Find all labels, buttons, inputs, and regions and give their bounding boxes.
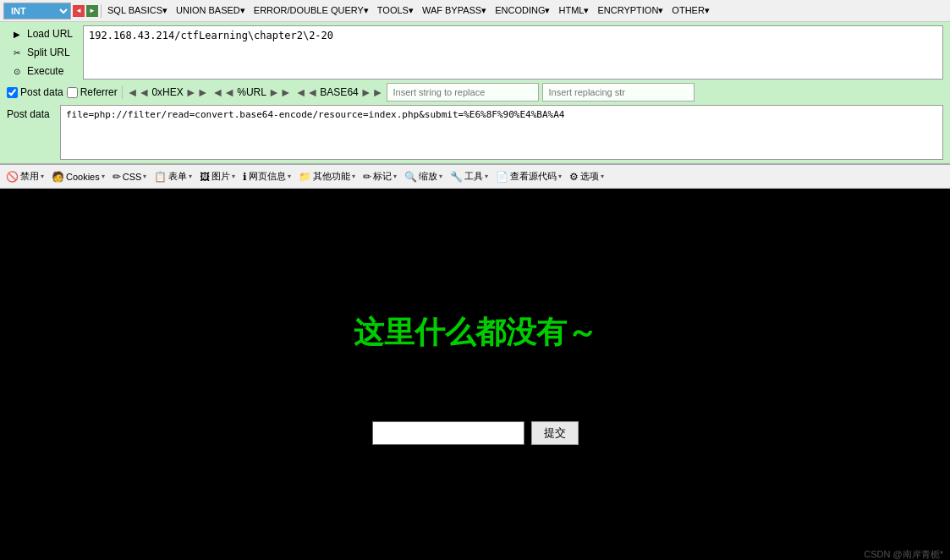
btb-cookies[interactable]: 🧑 Cookies ▾: [49, 169, 107, 184]
btb-forms[interactable]: 📋 表单 ▾: [151, 168, 195, 184]
btb-source-label: 查看源代码: [510, 170, 557, 183]
btb-pageinfo-label: 网页信息: [249, 170, 286, 183]
btb-mark-arrow: ▾: [393, 173, 397, 180]
pageinfo-icon: ℹ: [243, 171, 247, 183]
replace-string-input[interactable]: [387, 83, 539, 102]
btb-disable-label: 禁用: [20, 170, 39, 183]
arrow-right-btn[interactable]: ►: [86, 5, 98, 17]
arrow-left-btn[interactable]: ◄: [73, 5, 85, 17]
btb-tools[interactable]: 🔧 工具 ▾: [448, 168, 491, 184]
base64-group: ◄◄ BASE64 ►►: [295, 85, 384, 99]
menu-waf-bypass[interactable]: WAF BYPASS▾: [419, 3, 490, 18]
css-icon: ✏: [113, 171, 121, 183]
btb-forms-label: 表单: [168, 170, 187, 183]
btb-options-arrow: ▾: [601, 173, 604, 180]
split-url-icon: ✂: [10, 46, 24, 59]
purl-right-arrow[interactable]: ►►: [268, 85, 292, 99]
split-url-label: Split URL: [27, 47, 70, 58]
browser-toolbar: 🚫 禁用 ▾ 🧑 Cookies ▾ ✏ CSS ▾ 📋 表单 ▾ 🖼 图片 ▾…: [0, 165, 950, 189]
other-icon: 📁: [299, 171, 311, 183]
btb-forms-arrow: ▾: [189, 173, 192, 180]
btb-zoom-label: 缩放: [419, 170, 437, 183]
execute-item[interactable]: ⊙ Execute: [7, 63, 76, 80]
main-content: 这里什么都没有～ 提交 CSDN @南岸青栀*: [0, 189, 950, 560]
menu-encoding[interactable]: ENCODING▾: [491, 3, 553, 18]
purl-left-arrow[interactable]: ◄◄: [212, 85, 236, 99]
panel-row2: Post data Referrer ◄◄ 0xHEX ►► ◄◄ %URL ►…: [7, 83, 943, 102]
btb-pageinfo-arrow: ▾: [288, 173, 291, 180]
panel-row1: ▶ Load URL ✂ Split URL ⊙ Execute 192.168…: [7, 25, 943, 80]
menu-union-based[interactable]: UNION BASED▾: [173, 3, 249, 18]
referrer-checkbox[interactable]: [67, 87, 78, 98]
btb-mark[interactable]: ✏ 标记 ▾: [360, 168, 399, 184]
nav-arrows: ◄ ►: [73, 5, 98, 17]
referrer-check[interactable]: Referrer: [67, 86, 118, 98]
btb-cookies-label: Cookies: [66, 172, 100, 182]
zoom-icon: 🔍: [404, 171, 417, 183]
btb-options[interactable]: ⚙ 选项 ▾: [567, 168, 607, 184]
menu-other[interactable]: OTHER▾: [668, 3, 713, 18]
btb-zoom[interactable]: 🔍 缩放 ▾: [402, 168, 445, 184]
post-data-checkbox[interactable]: [7, 87, 18, 98]
menu-tools[interactable]: TOOLS▾: [374, 3, 417, 18]
divider: [101, 4, 102, 18]
mark-icon: ✏: [363, 171, 371, 183]
submit-button[interactable]: 提交: [531, 421, 579, 445]
chinese-text: 这里什么都没有～: [354, 312, 597, 354]
oxhex-right-arrow[interactable]: ►►: [185, 85, 209, 99]
btb-disable-arrow: ▾: [41, 173, 44, 180]
forms-icon: 📋: [154, 171, 167, 183]
btb-cookies-arrow: ▾: [102, 173, 105, 180]
url-bar[interactable]: 192.168.43.214/ctfLearning\chapter2\2-20: [83, 25, 943, 80]
menu-error-double[interactable]: ERROR/DOUBLE QUERY▾: [250, 3, 372, 18]
post-data-area-label: Post data: [7, 105, 53, 120]
split-url-item[interactable]: ✂ Split URL: [7, 44, 76, 61]
btb-images-arrow: ▾: [232, 173, 235, 180]
tools-icon: 🔧: [450, 171, 463, 183]
menu-html[interactable]: HTML▾: [555, 3, 592, 18]
btb-options-label: 选项: [580, 170, 599, 183]
execute-label: Execute: [27, 65, 63, 77]
csdn-watermark: CSDN @南岸青栀*: [864, 548, 943, 560]
source-icon: 📄: [496, 171, 508, 183]
disable-icon: 🚫: [6, 171, 19, 183]
btb-other[interactable]: 📁 其他功能 ▾: [296, 168, 358, 184]
menu-encryption[interactable]: ENCRYPTION▾: [594, 3, 667, 18]
base64-right-arrow[interactable]: ►►: [360, 85, 384, 99]
load-url-item[interactable]: ▶ Load URL: [7, 25, 76, 42]
oxhex-group: ◄◄ 0xHEX ►►: [127, 85, 209, 99]
btb-images[interactable]: 🖼 图片 ▾: [197, 168, 238, 184]
oxhex-label: 0xHEX: [151, 86, 183, 98]
divider2: [122, 85, 123, 99]
menu-sql-basics[interactable]: SQL BASICS▾: [104, 3, 171, 18]
btb-images-label: 图片: [211, 170, 230, 183]
panel-row3: Post data file=php://filter/read=convert…: [7, 105, 943, 160]
referrer-label: Referrer: [80, 86, 118, 98]
btb-tools-label: 工具: [464, 170, 483, 183]
purl-group: ◄◄ %URL ►►: [212, 85, 292, 99]
submit-form-input[interactable]: [372, 421, 524, 445]
post-data-check[interactable]: Post data: [7, 86, 63, 98]
btb-other-label: 其他功能: [313, 170, 350, 183]
base64-left-arrow[interactable]: ◄◄: [295, 85, 319, 99]
top-toolbar: INT ◄ ► SQL BASICS▾ UNION BASED▾ ERROR/D…: [0, 0, 950, 22]
post-data-check-label: Post data: [20, 86, 63, 98]
btb-pageinfo[interactable]: ℹ 网页信息 ▾: [240, 168, 294, 184]
post-data-value: file=php://filter/read=convert.base64-en…: [66, 109, 564, 120]
load-url-label: Load URL: [27, 28, 73, 40]
oxhex-left-arrow[interactable]: ◄◄: [127, 85, 151, 99]
btb-mark-label: 标记: [373, 170, 392, 183]
btb-source[interactable]: 📄 查看源代码 ▾: [493, 168, 564, 184]
images-icon: 🖼: [200, 171, 210, 183]
btb-zoom-arrow: ▾: [439, 173, 442, 180]
int-select[interactable]: INT: [3, 3, 71, 19]
btb-css[interactable]: ✏ CSS ▾: [110, 169, 150, 184]
post-data-textarea[interactable]: file=php://filter/read=convert.base64-en…: [60, 105, 943, 160]
btb-disable[interactable]: 🚫 禁用 ▾: [3, 168, 47, 184]
replacing-string-input[interactable]: [542, 83, 695, 102]
cookies-icon: 🧑: [52, 171, 64, 183]
btb-other-arrow: ▾: [352, 173, 355, 180]
purl-label: %URL: [237, 86, 266, 98]
base64-label: BASE64: [320, 86, 358, 98]
load-url-icon: ▶: [10, 27, 24, 41]
